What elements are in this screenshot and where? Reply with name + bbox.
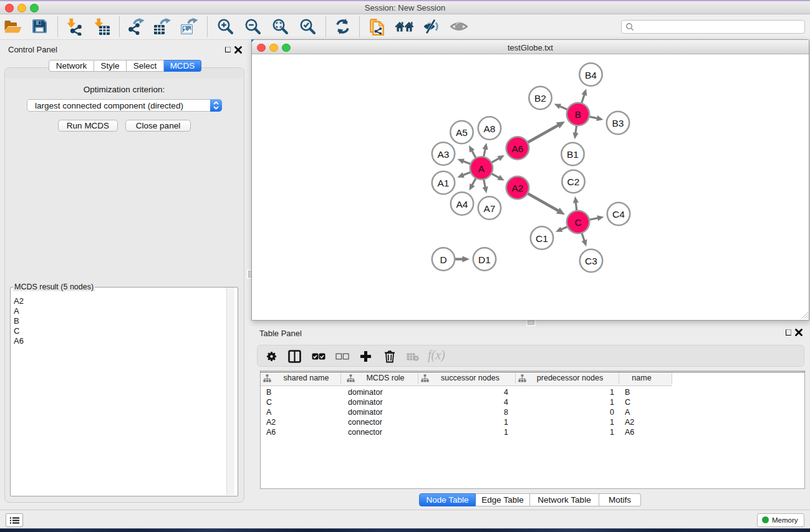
- svg-text:B3: B3: [612, 118, 624, 128]
- svg-text:A3: A3: [438, 149, 450, 160]
- svg-text:C2: C2: [567, 177, 580, 187]
- svg-text:A7: A7: [484, 203, 496, 214]
- svg-text:D: D: [440, 254, 446, 265]
- svg-text:A2: A2: [512, 183, 524, 193]
- svg-text:B4: B4: [585, 70, 597, 80]
- svg-text:A: A: [478, 163, 485, 174]
- svg-text:C1: C1: [536, 233, 548, 244]
- svg-text:A4: A4: [456, 199, 468, 210]
- svg-text:A1: A1: [438, 178, 450, 188]
- svg-text:D1: D1: [478, 254, 491, 265]
- svg-text:C: C: [574, 217, 581, 228]
- svg-text:C3: C3: [585, 256, 597, 266]
- svg-text:B1: B1: [567, 149, 579, 160]
- svg-text:A5: A5: [456, 127, 468, 138]
- svg-text:A8: A8: [484, 123, 496, 134]
- svg-text:B2: B2: [534, 93, 546, 104]
- svg-text:C4: C4: [612, 209, 625, 220]
- svg-text:A6: A6: [512, 143, 524, 154]
- svg-text:B: B: [575, 109, 581, 120]
